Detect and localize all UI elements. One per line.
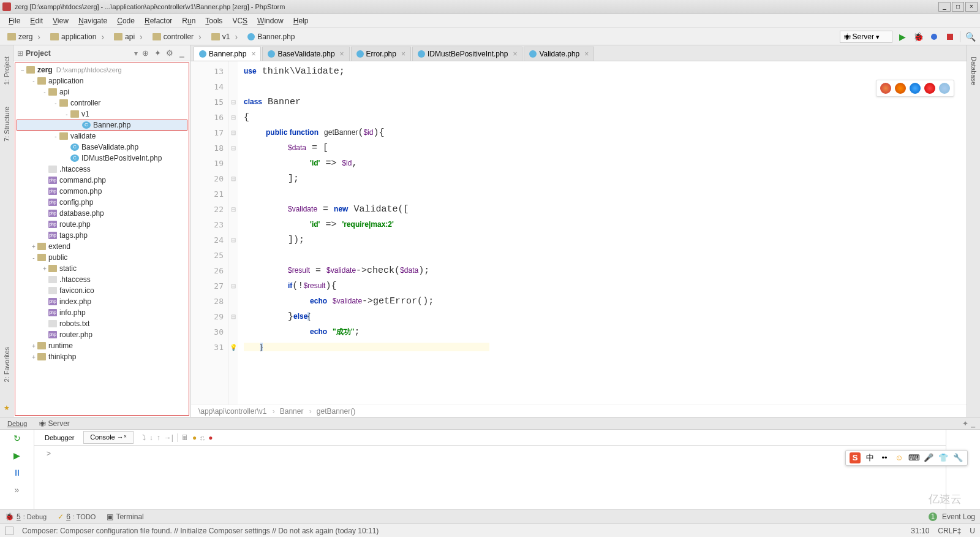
- line-gutter[interactable]: 13141516171819202122232425262728293031: [191, 61, 229, 405]
- code-content[interactable]: use think\Validate; class Banner { publi…: [238, 61, 967, 405]
- ime-keyboard-icon[interactable]: ⌨: [908, 452, 919, 463]
- menu-tools[interactable]: Tools: [200, 15, 227, 26]
- tree-item-thinkphp[interactable]: +thinkphp: [17, 351, 187, 362]
- project-tree[interactable]: − zerg D:\xampp\htdocs\zerg -application…: [15, 63, 189, 416]
- view-breakpoints-icon[interactable]: ⎌: [200, 433, 205, 442]
- tree-item-command-php[interactable]: phpcommand.php: [17, 175, 187, 186]
- close-tab-icon[interactable]: ×: [340, 50, 344, 58]
- menu-vcs[interactable]: VCS: [227, 15, 252, 26]
- mute-breakpoints-icon[interactable]: ●: [192, 433, 197, 442]
- close-button[interactable]: ×: [965, 2, 978, 12]
- hide-icon[interactable]: ⎯: [177, 48, 187, 58]
- tree-item-router-php[interactable]: phprouter.php: [17, 329, 187, 340]
- tab-BaseValidate-php[interactable]: BaseValidate.php×: [262, 47, 349, 61]
- tool-window-quick-access-icon[interactable]: [5, 527, 13, 535]
- menu-window[interactable]: Window: [252, 15, 288, 26]
- tree-item-tags-php[interactable]: phptags.php: [17, 230, 187, 241]
- tree-item-config-php[interactable]: phpconfig.php: [17, 197, 187, 208]
- breakpoints-icon[interactable]: ●: [208, 433, 213, 442]
- rerun-button[interactable]: ↻: [11, 433, 23, 446]
- close-tab-icon[interactable]: ×: [513, 50, 517, 58]
- edge-icon[interactable]: [939, 83, 950, 94]
- coverage-button[interactable]: [928, 31, 940, 43]
- caret-position[interactable]: 31:10: [911, 527, 929, 535]
- tree-item-robots-txt[interactable]: robots.txt: [17, 318, 187, 329]
- run-button[interactable]: ▶: [896, 31, 908, 43]
- bottom-tab-terminal[interactable]: ▣ Terminal: [107, 512, 143, 521]
- tree-item-runtime[interactable]: +runtime: [17, 340, 187, 351]
- tree-item-IDMustBePositiveInt-php[interactable]: CIDMustBePositiveInt.php: [17, 153, 187, 164]
- tree-item-info-php[interactable]: phpinfo.php: [17, 307, 187, 318]
- run-to-cursor-icon[interactable]: →|: [164, 433, 173, 442]
- tree-item-BaseValidate-php[interactable]: CBaseValidate.php: [17, 142, 187, 153]
- ime-emoji-icon[interactable]: ☺: [894, 452, 905, 463]
- tree-item-database-php[interactable]: phpdatabase.php: [17, 208, 187, 219]
- debugger-tab[interactable]: Debugger: [38, 432, 81, 444]
- tree-item-extend[interactable]: +extend: [17, 241, 187, 252]
- tree-item-common-php[interactable]: phpcommon.php: [17, 186, 187, 197]
- tree-item-index-php[interactable]: phpindex.php: [17, 296, 187, 307]
- ime-cn-icon[interactable]: 中: [864, 452, 875, 463]
- step-into-icon[interactable]: ↓: [149, 433, 153, 442]
- editor-crumb-class[interactable]: Banner: [280, 407, 312, 416]
- tree-item-controller[interactable]: -controller: [17, 97, 187, 109]
- editor-crumb-ns[interactable]: \app\api\controller\v1: [198, 407, 275, 416]
- editor[interactable]: 13141516171819202122232425262728293031 ⊟…: [191, 61, 967, 405]
- menu-view[interactable]: View: [48, 15, 74, 26]
- ime-punct-icon[interactable]: ••: [879, 452, 890, 463]
- settings-icon[interactable]: ⚙: [165, 48, 175, 58]
- menu-file[interactable]: File: [4, 15, 25, 26]
- tree-item-favicon-ico[interactable]: favicon.ico: [17, 285, 187, 296]
- event-log-button[interactable]: 1Event Log: [929, 512, 975, 521]
- console-tab[interactable]: Console →ˣ: [83, 431, 133, 444]
- run-config-select[interactable]: 🕷 Server ▾: [840, 31, 892, 43]
- menu-navigate[interactable]: Navigate: [74, 15, 112, 26]
- step-out-icon[interactable]: ↑: [157, 433, 160, 442]
- tree-item-route-php[interactable]: phproute.php: [17, 219, 187, 230]
- search-everywhere-icon[interactable]: 🔍: [964, 31, 976, 43]
- crumb-controller[interactable]: controller: [149, 31, 208, 43]
- crumb-application[interactable]: application: [47, 31, 110, 43]
- line-separator[interactable]: CRLF‡: [938, 527, 961, 535]
- tree-item-validate[interactable]: -validate: [17, 131, 187, 142]
- server-tab[interactable]: 🕷 Server: [37, 418, 72, 429]
- step-over-icon[interactable]: ⤵: [142, 433, 146, 442]
- editor-crumb-method[interactable]: getBanner(): [317, 407, 359, 416]
- tree-item-public[interactable]: -public: [17, 252, 187, 263]
- crumb-file[interactable]: Banner.php: [244, 31, 306, 42]
- ime-skin-icon[interactable]: 👕: [938, 452, 949, 463]
- opera-icon[interactable]: [924, 83, 935, 94]
- tab-structure[interactable]: 7: Structure: [2, 102, 12, 147]
- tree-item-application[interactable]: -application: [17, 75, 187, 86]
- ime-tool-icon[interactable]: 🔧: [952, 452, 963, 463]
- more-button[interactable]: »: [11, 485, 23, 497]
- menu-refactor[interactable]: Refactor: [140, 15, 177, 26]
- menu-help[interactable]: Help: [288, 15, 314, 26]
- close-tab-icon[interactable]: ×: [584, 50, 589, 58]
- tree-root[interactable]: − zerg D:\xampp\htdocs\zerg: [17, 64, 187, 75]
- crumb-api[interactable]: api: [110, 31, 149, 43]
- ime-mic-icon[interactable]: 🎤: [923, 452, 934, 463]
- resume-button[interactable]: ▶: [11, 451, 23, 463]
- console-output[interactable]: >: [34, 446, 946, 509]
- tab-IDMustBePositiveInt-php[interactable]: IDMustBePositiveInt.php×: [412, 47, 522, 61]
- tab-Validate-php[interactable]: Validate.php×: [524, 47, 594, 61]
- close-tab-icon[interactable]: ×: [251, 50, 255, 58]
- stop-button[interactable]: [944, 31, 956, 43]
- fold-column[interactable]: ⊟⊟⊟⊟⊟⊟⊟⊟⊟💡: [229, 61, 238, 405]
- menu-edit[interactable]: Edit: [25, 15, 48, 26]
- project-view-icon[interactable]: ⊞: [17, 49, 23, 58]
- debug-tab[interactable]: Debug: [5, 419, 29, 428]
- tab-Error-php[interactable]: Error.php×: [351, 47, 411, 61]
- crumb-v1[interactable]: v1: [208, 31, 244, 43]
- tree-item-Banner-php[interactable]: CBanner.php: [17, 120, 187, 131]
- maximize-button[interactable]: □: [952, 2, 964, 12]
- debug-button[interactable]: 🐞: [912, 31, 924, 43]
- ime-sogou-icon[interactable]: S: [850, 452, 861, 463]
- minimize-button[interactable]: _: [938, 2, 951, 12]
- scroll-from-source-icon[interactable]: ⊕: [140, 48, 150, 58]
- file-encoding[interactable]: U: [970, 527, 975, 535]
- star-icon[interactable]: ★: [2, 399, 11, 417]
- firefox-icon[interactable]: [895, 83, 906, 94]
- tree-item--htaccess[interactable]: .htaccess: [17, 274, 187, 285]
